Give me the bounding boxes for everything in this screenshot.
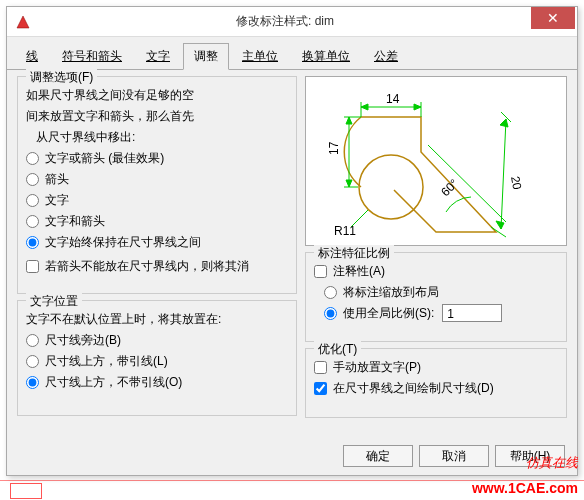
- tab-text[interactable]: 文字: [135, 43, 181, 69]
- chk-annotative[interactable]: 注释性(A): [314, 262, 558, 280]
- svg-point-0: [359, 155, 423, 219]
- right-column: 14 17 R11 60° 20 标注特征比例 注释性(A) 将标注缩放到布局 …: [305, 76, 567, 424]
- window-title: 修改标注样式: dim: [39, 13, 531, 30]
- tab-tol[interactable]: 公差: [363, 43, 409, 69]
- chk-suppress-arrow-label: 若箭头不能放在尺寸界线内，则将其消: [45, 257, 249, 275]
- dialog-window: 修改标注样式: dim ✕ 线 符号和箭头 文字 调整 主单位 换算单位 公差 …: [6, 6, 578, 476]
- opt-text[interactable]: 文字: [26, 191, 288, 209]
- dim-20: 20: [508, 175, 524, 191]
- preview-pane: 14 17 R11 60° 20: [305, 76, 567, 246]
- titlebar: 修改标注样式: dim ✕: [7, 7, 577, 37]
- opt-scale-layout[interactable]: 将标注缩放到布局: [324, 283, 558, 301]
- fit-desc3: 从尺寸界线中移出:: [36, 128, 288, 146]
- fit-options-group: 调整选项(F) 如果尺寸界线之间没有足够的空 间来放置文字和箭头，那么首先 从尺…: [17, 76, 297, 294]
- tab-primary[interactable]: 主单位: [231, 43, 289, 69]
- opt-text-or-arrow[interactable]: 文字或箭头 (最佳效果): [26, 149, 288, 167]
- tab-symbols[interactable]: 符号和箭头: [51, 43, 133, 69]
- svg-line-15: [501, 119, 506, 229]
- opt-keep-between-label: 文字始终保持在尺寸界线之间: [45, 233, 201, 251]
- left-column: 调整选项(F) 如果尺寸界线之间没有足够的空 间来放置文字和箭头，那么首先 从尺…: [17, 76, 297, 424]
- app-icon: [13, 12, 33, 32]
- opt-above-leader-label: 尺寸线上方，带引线(L): [45, 352, 168, 370]
- ok-button[interactable]: 确定: [343, 445, 413, 467]
- cancel-button[interactable]: 取消: [419, 445, 489, 467]
- svg-marker-4: [361, 104, 368, 110]
- fit-desc1: 如果尺寸界线之间没有足够的空: [26, 86, 288, 104]
- chk-manual-text[interactable]: 手动放置文字(P): [314, 358, 558, 376]
- opt-text-and-arrow-label: 文字和箭头: [45, 212, 105, 230]
- text-pos-desc: 文字不在默认位置上时，将其放置在:: [26, 310, 288, 328]
- opt-text-or-arrow-label: 文字或箭头 (最佳效果): [45, 149, 164, 167]
- svg-line-12: [428, 145, 506, 222]
- opt-keep-between[interactable]: 文字始终保持在尺寸界线之间: [26, 233, 288, 251]
- chk-suppress-arrow[interactable]: 若箭头不能放在尺寸界线内，则将其消: [26, 257, 288, 275]
- svg-marker-10: [346, 180, 352, 187]
- global-scale-input[interactable]: 1: [442, 304, 502, 322]
- opt-scale-global-label: 使用全局比例(S):: [343, 304, 434, 322]
- scale-group: 标注特征比例 注释性(A) 将标注缩放到布局 使用全局比例(S):1: [305, 252, 567, 342]
- fit-desc2: 间来放置文字和箭头，那么首先: [26, 107, 288, 125]
- tune-title: 优化(T): [314, 341, 361, 358]
- opt-text-label: 文字: [45, 191, 69, 209]
- watermark-text: 仿真在线: [526, 454, 578, 472]
- text-position-group: 文字位置 文字不在默认位置上时，将其放置在: 尺寸线旁边(B) 尺寸线上方，带引…: [17, 300, 297, 416]
- content-area: 调整选项(F) 如果尺寸界线之间没有足够的空 间来放置文字和箭头，那么首先 从尺…: [7, 70, 577, 430]
- opt-scale-global[interactable]: 使用全局比例(S):1: [324, 304, 558, 322]
- svg-marker-17: [496, 221, 504, 229]
- chk-draw-dimline[interactable]: 在尺寸界线之间绘制尺寸线(D): [314, 379, 558, 397]
- svg-marker-5: [414, 104, 421, 110]
- close-button[interactable]: ✕: [531, 7, 575, 29]
- chk-draw-dimline-label: 在尺寸界线之间绘制尺寸线(D): [333, 379, 494, 397]
- svg-marker-16: [500, 119, 508, 127]
- text-position-title: 文字位置: [26, 293, 82, 310]
- tab-bar: 线 符号和箭头 文字 调整 主单位 换算单位 公差: [7, 37, 577, 70]
- svg-marker-9: [346, 117, 352, 124]
- opt-arrow-label: 箭头: [45, 170, 69, 188]
- dim-r11: R11: [334, 224, 356, 238]
- watermark-url: www.1CAE.com: [472, 480, 578, 496]
- tab-line[interactable]: 线: [15, 43, 49, 69]
- opt-above-leader[interactable]: 尺寸线上方，带引线(L): [26, 352, 288, 370]
- dim-14: 14: [386, 92, 400, 106]
- opt-above-noleader-label: 尺寸线上方，不带引线(O): [45, 373, 182, 391]
- opt-beside-label: 尺寸线旁边(B): [45, 331, 121, 349]
- tune-group: 优化(T) 手动放置文字(P) 在尺寸界线之间绘制尺寸线(D): [305, 348, 567, 418]
- opt-above-noleader[interactable]: 尺寸线上方，不带引线(O): [26, 373, 288, 391]
- opt-arrow[interactable]: 箭头: [26, 170, 288, 188]
- opt-text-and-arrow[interactable]: 文字和箭头: [26, 212, 288, 230]
- tab-fit[interactable]: 调整: [183, 43, 229, 70]
- scale-title: 标注特征比例: [314, 245, 394, 262]
- fit-options-title: 调整选项(F): [26, 69, 97, 86]
- opt-scale-layout-label: 将标注缩放到布局: [343, 283, 439, 301]
- dim-17: 17: [327, 141, 341, 155]
- opt-beside[interactable]: 尺寸线旁边(B): [26, 331, 288, 349]
- dim-60: 60°: [438, 176, 461, 199]
- tab-alt[interactable]: 换算单位: [291, 43, 361, 69]
- chk-annotative-label: 注释性(A): [333, 262, 385, 280]
- chk-manual-text-label: 手动放置文字(P): [333, 358, 421, 376]
